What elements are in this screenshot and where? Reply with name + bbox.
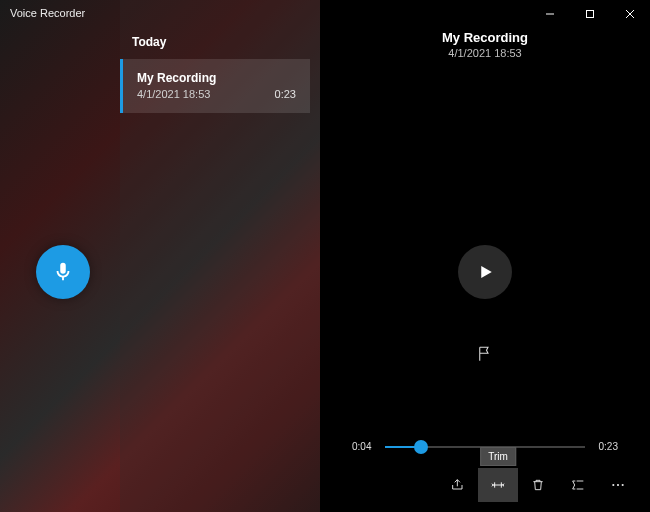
record-button[interactable] (36, 245, 90, 299)
selected-title: My Recording (320, 30, 650, 45)
recording-duration: 0:23 (275, 87, 296, 101)
flag-icon (476, 345, 494, 363)
seek-thumb[interactable] (414, 440, 428, 454)
seek-position: 0:04 (352, 441, 371, 452)
selected-date: 4/1/2021 18:53 (320, 47, 650, 59)
maximize-icon (585, 9, 595, 19)
maximize-button[interactable] (570, 0, 610, 28)
window-controls (530, 0, 650, 28)
seek-duration: 0:23 (599, 441, 618, 452)
svg-rect-0 (587, 11, 594, 18)
playback-toolbar: Trim (438, 468, 638, 502)
minimize-icon (545, 9, 555, 19)
more-button[interactable] (598, 468, 638, 502)
svg-point-2 (617, 484, 619, 486)
microphone-icon (52, 261, 74, 283)
trim-tooltip: Trim (480, 447, 516, 466)
left-rail (0, 0, 120, 512)
recording-title: My Recording (137, 71, 296, 87)
play-button[interactable] (458, 245, 512, 299)
recordings-panel: Voice Recorder Today My Recording 4/1/20… (0, 0, 320, 512)
add-marker-button[interactable] (476, 345, 494, 367)
play-icon (476, 263, 494, 281)
close-button[interactable] (610, 0, 650, 28)
playback-panel: My Recording 4/1/2021 18:53 0:04 0:23 Tr… (320, 0, 650, 512)
recording-item[interactable]: My Recording 4/1/2021 18:53 0:23 (120, 59, 310, 113)
minimize-button[interactable] (530, 0, 570, 28)
svg-point-1 (612, 484, 614, 486)
delete-button[interactable] (518, 468, 558, 502)
trim-button[interactable]: Trim (478, 468, 518, 502)
trim-icon (490, 477, 506, 493)
svg-point-3 (622, 484, 624, 486)
share-icon (450, 477, 466, 493)
trash-icon (530, 477, 546, 493)
rename-button[interactable] (558, 468, 598, 502)
share-button[interactable] (438, 468, 478, 502)
recordings-list: Today My Recording 4/1/2021 18:53 0:23 (120, 0, 320, 512)
rename-icon (570, 477, 586, 493)
recording-date: 4/1/2021 18:53 (137, 87, 296, 101)
close-icon (625, 9, 635, 19)
ellipsis-icon (610, 477, 626, 493)
list-header: Today (120, 35, 310, 59)
